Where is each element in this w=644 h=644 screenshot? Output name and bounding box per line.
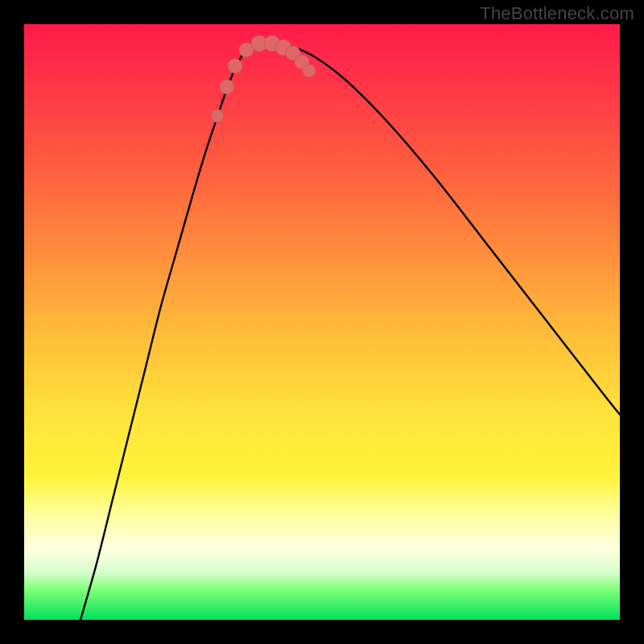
marker-point bbox=[303, 64, 316, 77]
marker-point bbox=[220, 80, 234, 94]
marker-point bbox=[228, 59, 242, 73]
bottleneck-curve-path bbox=[80, 43, 620, 621]
watermark-text: TheBottleneck.com bbox=[480, 3, 634, 24]
marker-point bbox=[211, 109, 224, 122]
chart-frame: TheBottleneck.com bbox=[0, 0, 644, 644]
plot-area bbox=[24, 24, 620, 620]
chart-svg bbox=[24, 24, 620, 620]
